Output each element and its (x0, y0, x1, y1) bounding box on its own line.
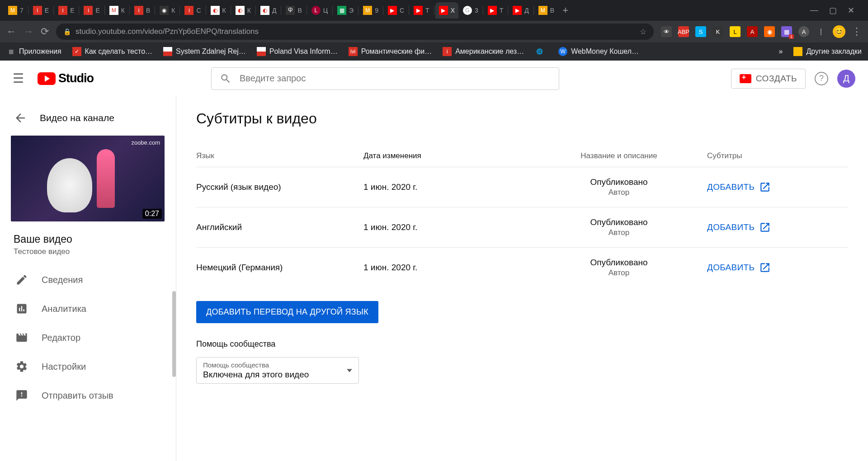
back-to-channel-videos[interactable]: Видео на канале (0, 106, 176, 136)
add-subtitle-link[interactable]: ДОБАВИТЬ (707, 221, 848, 233)
window-close-icon[interactable]: ✕ (848, 5, 854, 15)
add-subtitle-link[interactable]: ДОБАВИТЬ (707, 181, 848, 193)
tab-strip: M7 iE iE iE MК iВ ◉К iС ◐К ◐К ◐Д ႴВ LЦ ▦… (0, 0, 868, 21)
forward-icon[interactable]: → (24, 26, 33, 38)
subtitle-row: Немецкий (Германия) 1 июн. 2020 г. Опубл… (196, 247, 848, 287)
browser-tab[interactable]: iВ (131, 2, 154, 19)
studio-app: ☰ Studio СОЗДАТЬ ? Д Видео на канале (0, 61, 868, 461)
open-in-new-icon (759, 221, 771, 233)
nav-details[interactable]: Сведения (0, 265, 176, 294)
ext-skype-icon[interactable]: S (695, 26, 706, 37)
help-icon[interactable]: ? (815, 72, 828, 85)
gear-icon (15, 360, 28, 373)
video-meta: Ваше видео Тестовое видео (0, 229, 176, 265)
star-icon[interactable]: ☆ (640, 27, 646, 37)
new-tab-button[interactable]: + (559, 2, 572, 19)
row-language: Английский (196, 222, 363, 232)
ext-icon[interactable]: ┊ (816, 26, 826, 37)
nav-bar: ← → ⟳ 🔒 studio.youtube.com/video/PznYp6o… (0, 21, 868, 42)
row-date: 1 июн. 2020 г. (363, 263, 535, 273)
browser-tab[interactable]: ◐К (207, 2, 230, 19)
browser-tab[interactable]: M7 (5, 2, 27, 19)
sidebar: Видео на канале zoobe.com 0:27 Ваше виде… (0, 97, 176, 461)
browser-tab[interactable]: iE (29, 2, 52, 19)
sidebar-scrollbar[interactable] (172, 291, 176, 377)
pencil-icon (15, 273, 28, 286)
add-language-button[interactable]: ДОБАВИТЬ ПЕРЕВОД НА ДРУГОЙ ЯЗЫК (196, 301, 378, 323)
subtitle-row: Русский (язык видео) 1 июн. 2020 г. Опуб… (196, 167, 848, 207)
browser-tab[interactable]: ◐К (232, 2, 255, 19)
main-content: Субтитры к видео Язык Дата изменения Наз… (176, 97, 868, 461)
col-header-date[interactable]: Дата изменения (363, 151, 535, 160)
url-bar[interactable]: 🔒 studio.youtube.com/video/PznYp6oENPQ/t… (56, 24, 654, 40)
bookmark-item[interactable]: ✓Как сделать тесто… (72, 47, 152, 56)
ext-icon[interactable]: 👁 (661, 26, 672, 37)
ext-icon[interactable]: A (798, 26, 809, 37)
studio-header: ☰ Studio СОЗДАТЬ ? Д (0, 61, 868, 97)
back-icon[interactable]: ← (6, 26, 16, 38)
hamburger-menu-icon[interactable]: ☰ (13, 71, 24, 86)
subtitle-row: Английский 1 июн. 2020 г. Опубликовано А… (196, 207, 848, 247)
community-heading: Помощь сообщества (196, 339, 848, 349)
browser-tab[interactable]: iE (80, 2, 103, 19)
ext-icon[interactable]: ▦1 (781, 26, 792, 37)
ext-icon[interactable]: L (730, 26, 741, 37)
browser-tab[interactable]: M9 (359, 2, 382, 19)
chrome-profile-icon[interactable]: 😊 (833, 25, 845, 38)
bookmark-item[interactable]: System Zdalnej Rej… (163, 47, 246, 56)
chrome-menu-icon[interactable]: ⋮ (852, 26, 862, 38)
row-title-status: Опубликовано Автор (535, 258, 703, 278)
browser-tab[interactable]: MК (106, 2, 128, 19)
ext-icon[interactable]: ◉ (764, 26, 775, 37)
window-maximize-icon[interactable]: ▢ (829, 5, 837, 15)
page-title: Субтитры к видео (196, 110, 848, 127)
browser-tab[interactable]: G3 (459, 2, 482, 19)
bookmark-item[interactable]: 🌐 (535, 47, 547, 56)
browser-tab[interactable]: ▶Т (410, 2, 433, 19)
nav-editor[interactable]: Редактор (0, 323, 176, 352)
community-help-dropdown[interactable]: Помощь сообщества Включена для этого вид… (196, 357, 359, 384)
window-minimize-icon[interactable]: — (810, 5, 818, 15)
reload-icon[interactable]: ⟳ (41, 26, 49, 38)
col-header-sub: Субтитры (703, 151, 848, 160)
browser-tab[interactable]: ▶Т (484, 2, 507, 19)
bookmark-item[interactable]: iviРомантические фи… (349, 47, 432, 56)
bookmark-item[interactable]: WWebMoney Кошел… (558, 47, 639, 56)
logo-text: Studio (58, 71, 94, 85)
user-avatar[interactable]: Д (837, 70, 855, 88)
other-bookmarks[interactable]: Другие закладки (793, 47, 862, 56)
analytics-icon (15, 302, 28, 315)
browser-tab[interactable]: LЦ (308, 2, 331, 19)
browser-tab[interactable]: ◐Д (257, 2, 280, 19)
search-box[interactable] (211, 67, 559, 90)
ext-icon[interactable]: K (712, 26, 723, 37)
browser-tab-active[interactable]: ▶X (435, 2, 458, 19)
bookmark-overflow[interactable]: » (779, 47, 783, 56)
browser-tab[interactable]: ▶С (384, 2, 408, 19)
nav-feedback[interactable]: Отправить отзыв (0, 381, 176, 410)
ext-pdf-icon[interactable]: A (747, 26, 758, 37)
browser-tab[interactable]: ▦Э (334, 2, 357, 19)
extension-icons: 👁 ABP S K L A ◉ ▦1 A ┊ 😊 ⋮ (661, 25, 862, 38)
browser-tab[interactable]: iС (181, 2, 204, 19)
thumbnail-character (47, 158, 92, 212)
bookmark-item[interactable]: iАмериканские лез… (443, 47, 524, 56)
row-title-status: Опубликовано Автор (535, 217, 703, 237)
create-button[interactable]: СОЗДАТЬ (731, 69, 806, 89)
studio-logo[interactable]: Studio (38, 71, 94, 85)
apps-bookmark[interactable]: ▦Приложения (6, 47, 61, 56)
browser-tab[interactable]: iE (55, 2, 78, 19)
search-input[interactable] (240, 73, 551, 84)
bookmark-item[interactable]: Poland Visa Inform… (257, 47, 338, 56)
browser-tab[interactable]: ႴВ (282, 2, 305, 19)
thumbnail-watermark: zoobe.com (131, 139, 160, 146)
video-thumbnail[interactable]: zoobe.com 0:27 (11, 136, 165, 221)
browser-tab[interactable]: ◉К (156, 2, 179, 19)
row-language: Немецкий (Германия) (196, 263, 363, 273)
nav-analytics[interactable]: Аналитика (0, 294, 176, 323)
add-subtitle-link[interactable]: ДОБАВИТЬ (707, 262, 848, 273)
ext-adblock-icon[interactable]: ABP (678, 26, 689, 37)
browser-tab[interactable]: MB (535, 2, 558, 19)
nav-settings[interactable]: Настройки (0, 352, 176, 381)
browser-tab[interactable]: ▶Д (509, 2, 532, 19)
